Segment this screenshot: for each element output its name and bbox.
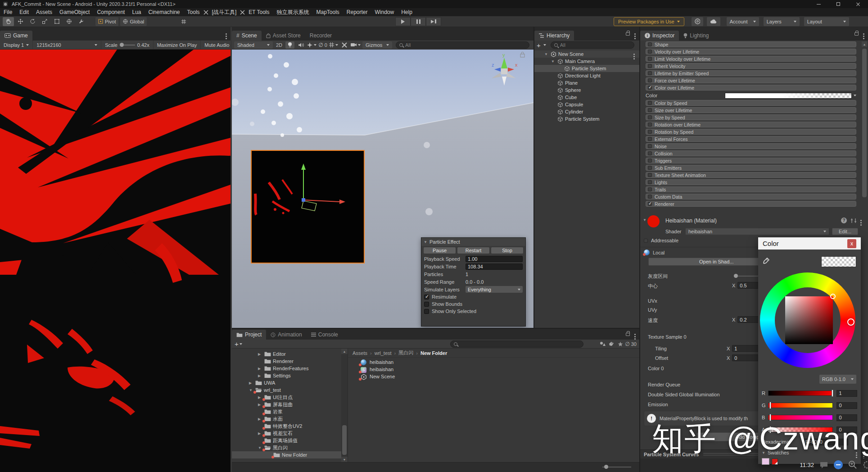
module-toggle[interactable]: Custom Data xyxy=(646,194,856,200)
project-tree-item[interactable]: ▶▼ Renderer xyxy=(232,358,341,365)
scene-lighting-toggle[interactable] xyxy=(285,41,294,49)
inspector-panel-menu-icon[interactable] xyxy=(863,33,864,35)
module-toggle[interactable]: Velocity over Lifetime xyxy=(646,49,856,54)
menu-file[interactable]: File xyxy=(0,9,16,15)
menu-cinemachine[interactable]: Cinemachine xyxy=(145,9,183,15)
menu-et-tools[interactable]: ET Tools xyxy=(245,9,273,15)
menu-help[interactable]: Help xyxy=(398,9,416,15)
grid-visibility-dropdown[interactable] xyxy=(329,41,338,49)
checkbox-icon[interactable] xyxy=(424,295,429,300)
create-asset-button[interactable]: + xyxy=(235,340,239,348)
tab-project[interactable]: Project xyxy=(232,330,266,340)
addressable-checkbox[interactable] xyxy=(644,239,648,243)
scale-slider-track[interactable] xyxy=(120,45,135,45)
layers-dropdown[interactable]: Layers xyxy=(764,17,800,26)
tab-console[interactable]: Console xyxy=(307,330,343,340)
module-checkbox[interactable] xyxy=(648,50,652,54)
step-button[interactable] xyxy=(426,17,441,26)
module-checkbox[interactable] xyxy=(648,101,652,105)
hierarchy-item[interactable]: ▼ Main Camera xyxy=(534,58,639,65)
green-slider[interactable] xyxy=(768,403,833,408)
hidden-objects-toggle[interactable]: ∅0 xyxy=(318,41,327,49)
module-toggle[interactable]: Shape xyxy=(646,41,856,47)
project-tree-item[interactable]: ▶▼ 特效整合UV2 xyxy=(232,422,341,430)
green-value-field[interactable]: 0 xyxy=(836,402,857,409)
foldout-icon[interactable]: ▼ xyxy=(551,59,556,64)
global-toggle[interactable]: Global xyxy=(120,17,147,26)
tab-hierarchy[interactable]: Hierarchy xyxy=(534,31,574,41)
particle-quad-selection[interactable] xyxy=(251,150,365,263)
color-mode-dropdown[interactable]: RGB 0-1.0 xyxy=(819,375,856,384)
menu-window[interactable]: Window xyxy=(371,9,398,15)
custom-tool-button[interactable] xyxy=(76,17,87,26)
color-window-title-bar[interactable]: Color x xyxy=(758,237,861,250)
lock-icon[interactable] xyxy=(626,32,630,36)
module-checkbox[interactable] xyxy=(648,195,652,199)
zoom-icon[interactable] xyxy=(848,460,857,469)
hidden-assets-count[interactable]: ∅30 xyxy=(625,340,637,348)
module-checkbox[interactable] xyxy=(648,78,652,82)
module-toggle[interactable]: Renderer xyxy=(646,201,856,207)
module-toggle[interactable]: Limit Velocity over Lifetime xyxy=(646,56,856,62)
hand-tool-button[interactable] xyxy=(3,17,14,26)
module-toggle[interactable]: Size over Lifetime xyxy=(646,107,856,113)
project-tree-item[interactable]: ▶▼ 岩浆 xyxy=(232,408,341,415)
saturation-value-box[interactable] xyxy=(785,296,833,344)
menu-reporter[interactable]: Reporter xyxy=(343,9,371,15)
player-blue-icon[interactable] xyxy=(834,460,843,469)
pivot-toggle[interactable]: Pivot xyxy=(95,17,118,26)
project-tree-item[interactable]: ▶▼ Editor xyxy=(232,350,341,358)
gray-range-slider-knob[interactable] xyxy=(734,274,738,278)
module-toggle[interactable]: Color by Speed xyxy=(646,100,856,106)
module-toggle[interactable]: Lights xyxy=(646,179,856,185)
hierarchy-item[interactable]: ▼ Particle System xyxy=(534,115,639,123)
project-tree-item[interactable]: ▶▼ wrl_test xyxy=(232,386,341,394)
menu-gameobject[interactable]: GameObject xyxy=(56,9,93,15)
module-checkbox[interactable] xyxy=(648,86,652,90)
scene-search-input[interactable]: All xyxy=(396,41,529,49)
resolution-dropdown[interactable]: 1215x2160 xyxy=(33,41,101,49)
particle-effect-checkbox-row[interactable]: Show Bounds xyxy=(421,300,525,308)
maximize-button[interactable] xyxy=(828,0,848,8)
particle-effect-row-field[interactable]: 108.34 xyxy=(466,263,523,270)
particle-effect-checkbox-row[interactable]: Show Only Selected xyxy=(421,308,525,315)
hierarchy-item[interactable]: ▼ Sphere xyxy=(534,86,639,94)
hierarchy-item[interactable]: ▼ Directional Light xyxy=(534,72,639,79)
breadcrumb-assets[interactable]: Assets xyxy=(353,350,367,356)
module-checkbox[interactable] xyxy=(648,42,652,46)
slider-handle[interactable] xyxy=(832,390,833,397)
module-checkbox[interactable] xyxy=(648,64,652,68)
scrollbar-thumb[interactable] xyxy=(342,425,347,455)
scene-menu-icon[interactable] xyxy=(633,54,635,55)
minimize-button[interactable] xyxy=(809,0,828,8)
menu-display-system[interactable]: 独立展示系统 xyxy=(273,9,312,16)
rect-tool-button[interactable] xyxy=(51,17,63,26)
module-checkbox[interactable] xyxy=(648,71,652,75)
hierarchy-item[interactable]: ▼ Capsule xyxy=(534,101,639,108)
module-toggle[interactable]: Rotation by Speed xyxy=(646,129,856,135)
gradient-field[interactable] xyxy=(725,93,852,99)
add-object-button[interactable]: + xyxy=(537,41,541,49)
tab-inspector[interactable]: i Inspector xyxy=(640,31,679,41)
tab-game[interactable]: Game xyxy=(0,31,32,41)
grid-snap-button[interactable] xyxy=(178,17,189,26)
module-toggle[interactable]: Sub Emitters xyxy=(646,165,856,171)
danmaku-icon[interactable] xyxy=(819,461,828,469)
tab-scene[interactable]: #Scene xyxy=(232,31,262,41)
stop-particles-button[interactable]: Stop xyxy=(491,247,524,254)
breadcrumb-heibaishan-folder[interactable]: 黑白闪 xyxy=(398,349,413,356)
hue-selector[interactable] xyxy=(847,318,854,326)
module-toggle[interactable]: Size by Speed xyxy=(646,114,856,120)
module-checkbox[interactable] xyxy=(648,187,652,191)
project-tree-item[interactable]: ▶▼ New Folder xyxy=(232,451,341,458)
menu-assets[interactable]: Assets xyxy=(32,9,56,15)
sv-selector[interactable] xyxy=(830,294,836,299)
menu-combat-tools[interactable]: [战斗工具] xyxy=(208,9,240,16)
pause-particles-button[interactable]: Pause xyxy=(423,247,456,254)
add-object-dropdown-icon[interactable] xyxy=(543,44,546,46)
red-slider[interactable] xyxy=(768,390,833,396)
hierarchy-item[interactable]: ▼ Cylinder xyxy=(534,108,639,115)
plastic-scm-button[interactable] xyxy=(692,17,703,26)
particle-effect-header[interactable]: ▼Particle Effect xyxy=(421,238,525,246)
mute-audio-toggle[interactable]: Mute Audio xyxy=(201,41,231,49)
